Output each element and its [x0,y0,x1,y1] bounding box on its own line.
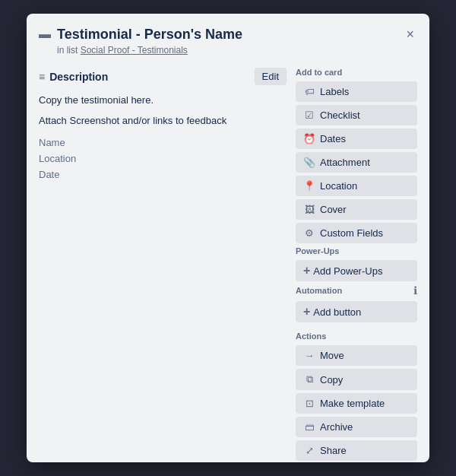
archive-icon: 🗃 [303,421,315,433]
modal-header: ▬ Testimonial - Person's Name in list So… [27,14,429,62]
plus-icon-power-ups: + [303,265,310,277]
dates-label: Dates [320,133,346,144]
list-link-line: in list Social Proof - Testimonials [57,45,242,56]
custom-fields-label: Custom Fields [320,227,383,239]
share-label: Share [320,445,347,456]
dates-icon: ⏰ [303,133,315,144]
labels-label: Labels [320,86,349,97]
card-icon: ▬ [39,27,51,41]
share-button[interactable]: ⤢ Share [296,440,417,461]
power-ups-header: Power-Ups [296,246,417,255]
location-icon: 📍 [303,180,315,192]
add-to-card-label: Add to card [296,68,417,77]
list-name-link[interactable]: Social Proof - Testimonials [81,45,188,56]
description-icon: ≡ [39,71,45,83]
move-label: Move [320,350,344,361]
dates-button[interactable]: ⏰ Dates [296,129,417,149]
add-power-ups-button[interactable]: + Add Power-Ups [296,260,417,281]
make-template-icon: ⊡ [303,398,315,409]
automation-header: Automation ℹ [296,284,417,297]
sidebar: Add to card 🏷 Labels ☑ Checklist ⏰ Dates… [296,68,417,462]
checklist-icon: ☑ [303,109,315,121]
description-content: Copy the testimonial here. Attach Screen… [39,91,287,184]
location-label: Location [320,180,357,192]
attachment-button[interactable]: 📎 Attachment [296,152,417,173]
cover-label: Cover [320,204,347,215]
description-line2: Attach Screenshot and/or links to feedba… [39,113,287,129]
checklist-button[interactable]: ☑ Checklist [296,105,417,125]
make-template-label: Make template [320,398,385,409]
add-button-label: Add button [313,306,361,318]
card-modal: ▬ Testimonial - Person's Name in list So… [27,14,429,462]
location-button[interactable]: 📍 Location [296,176,417,196]
close-button[interactable]: × [403,24,417,44]
archive-label: Archive [320,421,353,433]
make-template-button[interactable]: ⊡ Make template [296,393,417,414]
description-section: ≡ Description Edit Copy the testimonial … [39,68,287,184]
power-ups-label: Power-Ups [296,246,339,255]
modal-body: ≡ Description Edit Copy the testimonial … [27,62,429,462]
custom-fields-button[interactable]: ⚙ Custom Fields [296,223,417,243]
edit-description-button[interactable]: Edit [255,68,287,85]
checklist-label: Checklist [320,109,360,121]
archive-button[interactable]: 🗃 Archive [296,417,417,437]
actions-label: Actions [296,332,417,341]
move-button[interactable]: → Move [296,345,417,366]
field-location: Location [39,151,287,167]
labels-icon: 🏷 [303,86,315,97]
info-icon[interactable]: ℹ [413,284,417,297]
labels-button[interactable]: 🏷 Labels [296,81,417,102]
modal-title-area: ▬ Testimonial - Person's Name in list So… [39,26,403,56]
add-button-button[interactable]: + Add button [296,301,417,322]
copy-label: Copy [320,374,343,386]
description-line1: Copy the testimonial here. [39,93,287,109]
copy-button[interactable]: ⧉ Copy [296,369,417,390]
list-prefix: in list [57,45,78,56]
section-title: ≡ Description [39,71,108,83]
description-label: Description [49,71,108,83]
description-header: ≡ Description Edit [39,68,287,85]
card-title: Testimonial - Person's Name [57,26,242,43]
field-name: Name [39,135,287,151]
cover-button[interactable]: 🖼 Cover [296,199,417,220]
cover-icon: 🖼 [303,204,315,215]
plus-icon-automation: + [303,306,310,318]
custom-fields-icon: ⚙ [303,227,315,239]
copy-icon: ⧉ [303,373,315,386]
attachment-label: Attachment [320,157,370,168]
share-icon: ⤢ [303,445,315,456]
description-fields: Name Location Date [39,135,287,182]
modal-title-text: Testimonial - Person's Name in list Soci… [57,26,242,56]
field-date: Date [39,167,287,183]
add-power-ups-label: Add Power-Ups [313,265,382,277]
automation-label: Automation [296,286,342,295]
attachment-icon: 📎 [303,157,315,168]
main-content: ≡ Description Edit Copy the testimonial … [39,68,287,462]
move-icon: → [303,350,315,361]
